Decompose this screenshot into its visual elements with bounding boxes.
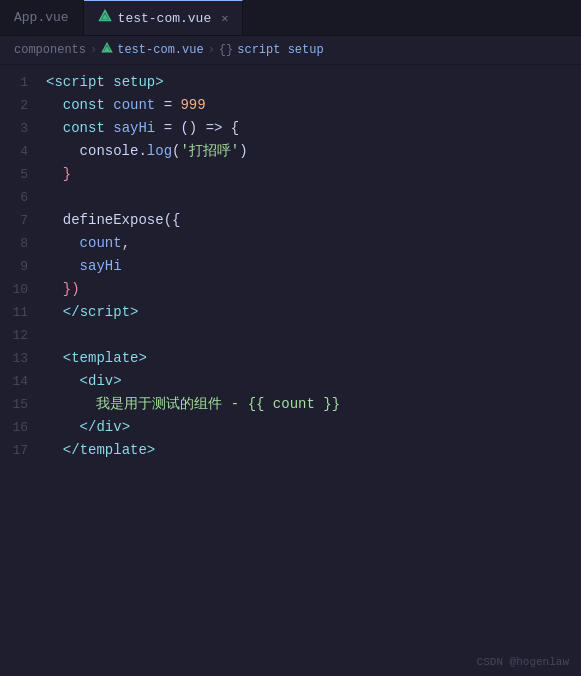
token: template <box>80 442 147 458</box>
token: div <box>88 373 113 389</box>
token <box>46 442 63 458</box>
token <box>105 97 113 113</box>
breadcrumb-vue-icon <box>101 42 113 58</box>
token: </ <box>63 442 80 458</box>
line-number: 8 <box>0 233 46 255</box>
token: console <box>80 143 139 159</box>
token <box>46 419 80 435</box>
token: 999 <box>180 97 205 113</box>
line-content: const count = 999 <box>46 94 581 116</box>
code-line: 17 </template> <box>0 439 581 462</box>
token: . <box>138 143 146 159</box>
line-content: </div> <box>46 416 581 438</box>
code-line: 10 }) <box>0 278 581 301</box>
code-line: 1<script setup> <box>0 71 581 94</box>
token <box>46 143 80 159</box>
token <box>46 212 63 228</box>
token: div <box>96 419 121 435</box>
code-line: 4 console.log('打招呼') <box>0 140 581 163</box>
code-line: 13 <template> <box>0 347 581 370</box>
token: < <box>80 373 88 389</box>
watermark: CSDN @hogenlaw <box>477 656 569 668</box>
line-number: 7 <box>0 210 46 232</box>
token: , <box>122 235 130 251</box>
breadcrumb-components: components <box>14 43 86 57</box>
token: count <box>80 235 122 251</box>
token <box>46 235 80 251</box>
token: > <box>113 373 121 389</box>
line-number: 3 <box>0 118 46 140</box>
token: = () => { <box>155 120 239 136</box>
line-number: 11 <box>0 302 46 324</box>
token: template <box>71 350 138 366</box>
breadcrumb-filename: test-com.vue <box>117 43 203 57</box>
token <box>46 97 63 113</box>
line-content: <script setup> <box>46 71 581 93</box>
editor-body: 1<script setup>2 const count = 9993 cons… <box>0 65 581 462</box>
breadcrumb-section: script setup <box>237 43 323 57</box>
line-number: 4 <box>0 141 46 163</box>
token: sayHi <box>113 120 155 136</box>
breadcrumb-sep-1: › <box>90 43 97 57</box>
code-line: 15 我是用于测试的组件 - {{ count }} <box>0 393 581 416</box>
token: script <box>80 304 130 320</box>
vue-tab-icon <box>98 9 112 27</box>
token: = <box>155 97 180 113</box>
code-line: 8 count, <box>0 232 581 255</box>
line-content: const sayHi = () => { <box>46 117 581 139</box>
token: > <box>138 350 146 366</box>
token: < <box>63 350 71 366</box>
token <box>46 373 80 389</box>
line-number: 17 <box>0 440 46 462</box>
code-line: 16 </div> <box>0 416 581 439</box>
token: count <box>113 97 155 113</box>
line-content: console.log('打招呼') <box>46 140 581 162</box>
token <box>46 258 80 274</box>
line-number: 9 <box>0 256 46 278</box>
line-content: <template> <box>46 347 581 369</box>
token: }) <box>63 281 80 297</box>
line-content: 我是用于测试的组件 - {{ count }} <box>46 393 581 415</box>
code-line: 9 sayHi <box>0 255 581 278</box>
token <box>46 350 63 366</box>
token <box>105 120 113 136</box>
breadcrumb-sep-2: › <box>208 43 215 57</box>
tab-close-button[interactable]: ✕ <box>221 11 228 26</box>
line-number: 10 <box>0 279 46 301</box>
token <box>46 281 63 297</box>
token: defineExpose <box>63 212 164 228</box>
line-content: <div> <box>46 370 581 392</box>
token <box>46 304 63 320</box>
code-line: 6 <box>0 186 581 209</box>
tab-label: App.vue <box>14 10 69 25</box>
line-number: 16 <box>0 417 46 439</box>
token: setup <box>113 74 155 90</box>
token <box>105 74 113 90</box>
token: sayHi <box>80 258 122 274</box>
tab-label: test-com.vue <box>118 11 212 26</box>
breadcrumb: components › test-com.vue › {} script se… <box>0 36 581 65</box>
token: > <box>147 442 155 458</box>
token: </ <box>80 419 97 435</box>
line-content: sayHi <box>46 255 581 277</box>
code-line: 14 <div> <box>0 370 581 393</box>
token <box>46 120 63 136</box>
line-content: } <box>46 163 581 185</box>
line-number: 12 <box>0 325 46 347</box>
token: const <box>63 120 105 136</box>
tab-test-com-vue[interactable]: test-com.vue ✕ <box>84 0 244 35</box>
token: '打招呼' <box>180 143 239 159</box>
tab-app-vue[interactable]: App.vue <box>0 0 84 35</box>
token: </ <box>63 304 80 320</box>
token: > <box>155 74 163 90</box>
token: const <box>63 97 105 113</box>
token: > <box>130 304 138 320</box>
line-number: 2 <box>0 95 46 117</box>
token: log <box>147 143 172 159</box>
code-line: 3 const sayHi = () => { <box>0 117 581 140</box>
token <box>46 166 63 182</box>
line-content <box>46 186 581 208</box>
editor-container: App.vue test-com.vue ✕ components › test… <box>0 0 581 676</box>
token: script <box>54 74 104 90</box>
code-line: 2 const count = 999 <box>0 94 581 117</box>
